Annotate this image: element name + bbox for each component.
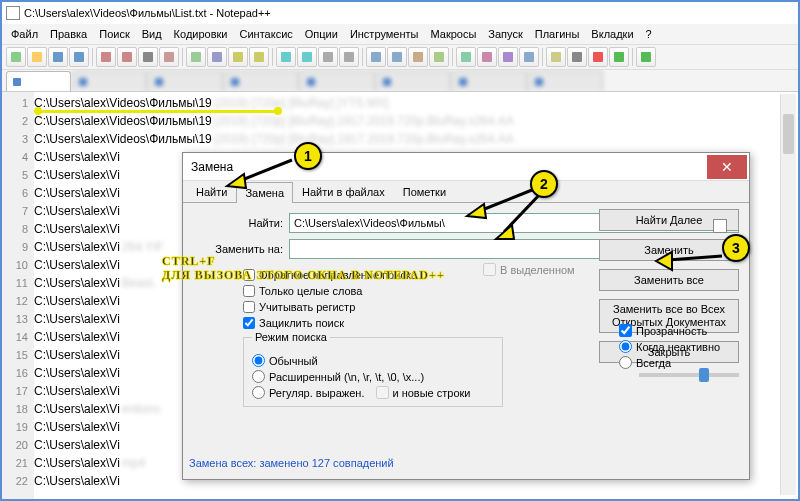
lang-icon[interactable] <box>477 47 497 67</box>
wrap-label: Зациклить поиск <box>259 317 344 329</box>
find-next-extra-checkbox[interactable] <box>713 219 727 233</box>
line-gutter: 12345678910111213141516171819202122 <box>2 92 34 499</box>
in-selection-checkbox <box>483 263 496 276</box>
find-label: Найти: <box>193 217 283 229</box>
wrap-checkbox[interactable] <box>243 317 255 329</box>
mode-normal-label: Обычный <box>269 355 318 367</box>
play-icon[interactable] <box>609 47 629 67</box>
mode-regex-label: Регуляр. выражен. <box>269 387 364 399</box>
find-icon[interactable] <box>276 47 296 67</box>
menu-item[interactable]: Кодировки <box>169 26 233 42</box>
redo-icon[interactable] <box>249 47 269 67</box>
dialog-tab[interactable]: Пометки <box>394 181 455 202</box>
zoom-in-icon[interactable] <box>318 47 338 67</box>
vertical-scrollbar[interactable] <box>780 94 796 495</box>
menubar: ФайлПравкаПоискВидКодировкиСинтаксисОпци… <box>2 24 798 44</box>
dialog-tab[interactable]: Найти в файлах <box>293 181 394 202</box>
mode-normal-radio[interactable] <box>252 354 265 367</box>
replace-icon[interactable] <box>297 47 317 67</box>
tab[interactable] <box>72 71 147 91</box>
annotation-underline <box>38 110 278 113</box>
tab[interactable] <box>376 71 451 91</box>
menu-item[interactable]: Опции <box>300 26 343 42</box>
menu-item[interactable]: Вид <box>137 26 167 42</box>
app-icon <box>6 6 20 20</box>
menu-item[interactable]: Файл <box>6 26 43 42</box>
menu-item[interactable]: Вкладки <box>586 26 638 42</box>
tab[interactable] <box>528 71 603 91</box>
annotation-hint-1: CTRL+F <box>162 254 216 269</box>
chars-icon[interactable] <box>429 47 449 67</box>
indent-icon[interactable] <box>456 47 476 67</box>
save-icon[interactable] <box>48 47 68 67</box>
new-file-icon[interactable] <box>6 47 26 67</box>
transparency-slider[interactable] <box>639 373 739 377</box>
search-mode-legend: Режим поиска <box>252 331 330 343</box>
transp-always-label: Всегда <box>636 357 671 369</box>
svg-marker-2 <box>496 225 514 239</box>
transparency-label: Прозрачность <box>636 325 707 337</box>
zoom-out-icon[interactable] <box>339 47 359 67</box>
menu-item[interactable]: Поиск <box>94 26 134 42</box>
monitor-icon[interactable] <box>567 47 587 67</box>
transp-always-radio[interactable] <box>619 356 632 369</box>
svg-marker-3 <box>656 252 672 270</box>
match-case-checkbox[interactable] <box>243 301 255 313</box>
window-title: C:\Users\alex\Videos\Фильмы\List.txt - N… <box>24 7 271 19</box>
annotation-marker-3: 3 <box>722 234 750 262</box>
dialog-status: Замена всех: заменено 127 совпадений <box>189 457 394 475</box>
wrap-icon[interactable] <box>408 47 428 67</box>
tab[interactable] <box>148 71 223 91</box>
annotation-hint-2: ДЛЯ ВЫЗОВА ЭТОГО ОКНА В NOTEPAD++ <box>162 268 445 283</box>
tab[interactable] <box>452 71 527 91</box>
mode-extended-label: Расширенный (\n, \r, \t, \0, \x...) <box>269 371 424 383</box>
window-titlebar: C:\Users\alex\Videos\Фильмы\List.txt - N… <box>2 2 798 24</box>
toolbar <box>2 44 798 70</box>
annotation-arrow-3 <box>650 246 730 276</box>
svg-marker-0 <box>227 174 246 188</box>
tab[interactable] <box>224 71 299 91</box>
svg-marker-1 <box>467 204 486 218</box>
match-case-label: Учитывать регистр <box>259 301 355 313</box>
sync-h-icon[interactable] <box>387 47 407 67</box>
dialog-close-button[interactable]: ✕ <box>707 155 747 179</box>
annotation-arrow-1 <box>222 152 302 192</box>
menu-item[interactable]: ? <box>641 26 657 42</box>
func-list-icon[interactable] <box>519 47 539 67</box>
menu-item[interactable]: Правка <box>45 26 92 42</box>
newline-label: и новые строки <box>392 387 470 399</box>
transp-inactive-radio[interactable] <box>619 340 632 353</box>
menu-item[interactable]: Макросы <box>425 26 481 42</box>
tab[interactable] <box>300 71 375 91</box>
save-all-icon[interactable] <box>69 47 89 67</box>
mode-extended-radio[interactable] <box>252 370 265 383</box>
tab-active[interactable] <box>6 71 71 91</box>
annotation-marker-2: 2 <box>530 170 558 198</box>
close-all-icon[interactable] <box>117 47 137 67</box>
transparency-group: Прозрачность Когда неактивно Всегда <box>619 324 739 377</box>
transparency-checkbox[interactable] <box>619 324 632 337</box>
doc-map-icon[interactable] <box>498 47 518 67</box>
close-icon[interactable] <box>96 47 116 67</box>
undo-icon[interactable] <box>228 47 248 67</box>
menu-item[interactable]: Плагины <box>530 26 585 42</box>
transp-inactive-label: Когда неактивно <box>636 341 720 353</box>
open-icon[interactable] <box>27 47 47 67</box>
play-multi-icon[interactable] <box>636 47 656 67</box>
paste-icon[interactable] <box>207 47 227 67</box>
sync-v-icon[interactable] <box>366 47 386 67</box>
tab-strip <box>2 70 798 92</box>
search-mode-group: Режим поиска Обычный Расширенный (\n, \r… <box>243 337 503 407</box>
newline-checkbox <box>376 386 389 399</box>
folder-icon[interactable] <box>546 47 566 67</box>
menu-item[interactable]: Синтаксис <box>235 26 298 42</box>
copy-icon[interactable] <box>186 47 206 67</box>
print-icon[interactable] <box>138 47 158 67</box>
whole-word-label: Только целые слова <box>259 285 362 297</box>
whole-word-checkbox[interactable] <box>243 285 255 297</box>
cut-icon[interactable] <box>159 47 179 67</box>
menu-item[interactable]: Запуск <box>483 26 527 42</box>
menu-item[interactable]: Инструменты <box>345 26 424 42</box>
mode-regex-radio[interactable] <box>252 386 265 399</box>
record-icon[interactable] <box>588 47 608 67</box>
